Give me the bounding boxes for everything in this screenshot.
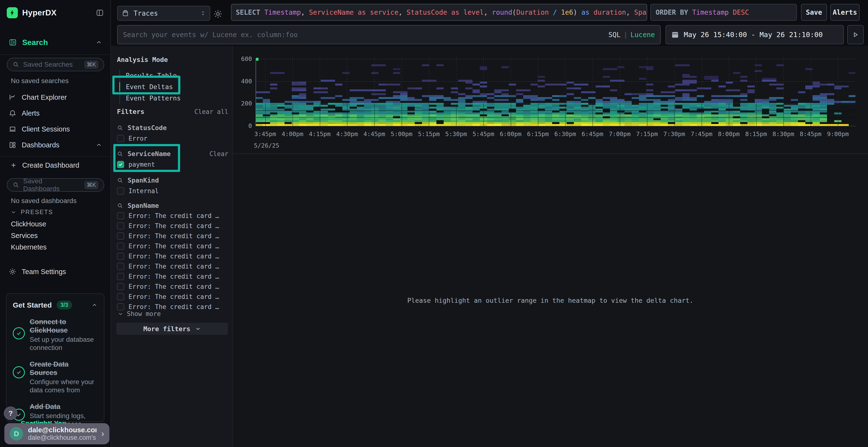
run-query-button[interactable] <box>847 25 864 44</box>
sidebar-item-alerts[interactable]: Alerts <box>0 105 111 121</box>
preset-services[interactable]: Services <box>11 232 38 240</box>
show-more-button[interactable]: Show more <box>118 310 161 317</box>
filter-option[interactable]: Internal <box>117 187 228 195</box>
user-menu[interactable]: D dale@clickhouse.com dale@clickhouse.co… <box>4 423 110 444</box>
checkbox[interactable] <box>117 253 124 260</box>
checkbox[interactable] <box>117 293 124 300</box>
sidebar-collapse-icon[interactable] <box>95 8 104 17</box>
filter-option[interactable]: Error: The credit card … <box>117 293 228 300</box>
filter-option[interactable]: payment <box>117 161 228 168</box>
help-button[interactable]: ? <box>4 407 18 420</box>
search-input[interactable]: Search your events w/ Lucene ex. column:… <box>117 25 661 44</box>
saved-searches-input[interactable]: Saved Searches ⌘K <box>7 58 104 71</box>
no-saved-searches-text: No saved searches <box>11 77 69 85</box>
source-settings-gear-icon[interactable] <box>213 9 223 19</box>
filter-option[interactable]: Error: The credit card … <box>117 273 228 280</box>
hyperdx-app: HyperDX Search Saved Searches ⌘K No save… <box>0 0 868 447</box>
save-button[interactable]: Save <box>801 4 827 21</box>
source-select[interactable]: Traces <box>117 6 210 21</box>
filter-option-label: Error: The credit card … <box>128 222 219 230</box>
x-tick-label: 9:00pm <box>827 131 849 138</box>
checkbox[interactable] <box>117 135 124 142</box>
filter-option[interactable]: Error: The credit card … <box>117 253 228 260</box>
filter-group-statuscode: StatusCode Error <box>117 124 228 142</box>
lucene-mode-toggle[interactable]: Lucene <box>630 31 655 39</box>
sidebar-item-dashboards[interactable]: Dashboards <box>0 137 111 153</box>
search-icon[interactable] <box>117 151 123 157</box>
checkbox[interactable] <box>117 161 124 168</box>
filter-option-label: Error: The credit card … <box>128 212 219 219</box>
filter-option[interactable]: Error: The credit card … <box>117 283 228 290</box>
sidebar-item-label: Client Sessions <box>22 125 102 133</box>
x-tick-label: 4:15pm <box>309 131 331 138</box>
sql-token: Timestamp <box>692 8 729 16</box>
filter-option[interactable]: Error <box>117 135 228 142</box>
checkbox[interactable] <box>117 243 124 250</box>
more-filters-button[interactable]: More filters <box>117 323 228 335</box>
get-started-item-title: Add Data <box>30 403 98 411</box>
get-started-header[interactable]: Get Started 3/3 <box>13 301 98 309</box>
order-by-input[interactable]: ORDER BY Timestamp DESC <box>650 4 797 21</box>
preset-clickhouse[interactable]: ClickHouse <box>11 220 46 228</box>
heatmap-canvas[interactable] <box>255 58 856 128</box>
checkbox[interactable] <box>117 303 124 310</box>
presets-toggle[interactable]: PRESETS <box>10 209 53 215</box>
checkbox[interactable] <box>117 222 124 230</box>
filter-option[interactable]: Error: The credit card … <box>117 263 228 270</box>
duration-heatmap[interactable]: 6004002000 3:45pm4:00pm4:15pm4:30pm4:45p… <box>233 46 868 153</box>
x-tick-label: 8:15pm <box>745 131 767 138</box>
analysis-mode-option[interactable]: Event Deltas <box>120 81 181 93</box>
checkbox[interactable] <box>117 263 124 270</box>
sql-select-input[interactable]: SELECT Timestamp, ServiceName as service… <box>231 4 647 21</box>
x-tick-label: 7:00pm <box>609 131 630 138</box>
chevron-up-icon[interactable] <box>95 142 102 148</box>
clear-all-button[interactable]: Clear all <box>194 108 228 115</box>
search-icon <box>12 182 19 188</box>
sidebar-item-team-settings[interactable]: Team Settings <box>0 264 111 279</box>
filter-option[interactable]: Error: The credit card … <box>117 222 228 230</box>
alerts-button[interactable]: Alerts <box>830 4 860 21</box>
checkbox[interactable] <box>117 232 124 240</box>
clear-filter-button[interactable]: Clear <box>210 150 228 158</box>
chevron-up-icon[interactable] <box>95 39 102 46</box>
get-started-item[interactable]: Connect to ClickHouse Set up your databa… <box>13 318 98 352</box>
filter-option[interactable]: Error: The credit card … <box>117 243 228 250</box>
saved-dashboards-input[interactable]: Saved Dashboards ⌘K <box>7 178 104 192</box>
checkbox[interactable] <box>117 212 124 219</box>
analysis-mode-list: Results Table Event Deltas Event Pattern… <box>119 70 181 104</box>
filter-option[interactable]: Error: The credit card … <box>117 303 228 310</box>
get-started-progress-badge: 3/3 <box>57 301 72 309</box>
filters-heading: Filters <box>117 108 145 115</box>
analysis-mode-option-label: Results Table <box>126 72 177 79</box>
presets-label: PRESETS <box>21 209 53 215</box>
search-icon[interactable] <box>117 177 123 183</box>
y-tick-label: 200 <box>233 100 252 107</box>
cmd-k-shortcut: ⌘K <box>84 181 98 189</box>
sidebar-item-chart-explorer[interactable]: Chart Explorer <box>0 90 111 105</box>
create-dashboard-label: Create Dashboard <box>22 161 102 169</box>
filter-option[interactable]: Error: The credit card … <box>117 212 228 219</box>
get-started-item[interactable]: Create Data Sources Configure where your… <box>13 360 98 394</box>
sql-mode-toggle[interactable]: SQL <box>608 31 621 39</box>
x-axis-date-label: 5/26/25 <box>254 142 279 149</box>
create-dashboard-button[interactable]: Create Dashboard <box>0 158 111 173</box>
preset-kubernetes[interactable]: Kubernetes <box>11 243 46 251</box>
sql-token: as <box>577 8 590 16</box>
checkbox[interactable] <box>117 283 124 290</box>
checkbox[interactable] <box>117 273 124 280</box>
sidebar-item-client-sessions[interactable]: Client Sessions <box>0 122 111 137</box>
analysis-mode-option[interactable]: Results Table <box>120 70 181 81</box>
calendar-icon <box>671 31 679 38</box>
chevron-up-icon[interactable] <box>91 302 98 308</box>
dashboards-icon <box>9 141 17 149</box>
search-icon[interactable] <box>117 203 123 209</box>
filter-option[interactable]: Error: The credit card … <box>117 232 228 240</box>
filter-panel: Analysis Mode Results Table Event Deltas… <box>111 46 233 447</box>
checkbox[interactable] <box>117 187 124 195</box>
search-icon[interactable] <box>117 125 123 131</box>
analysis-mode-option[interactable]: Event Patterns <box>120 93 181 104</box>
x-tick-label: 5:00pm <box>391 131 412 138</box>
x-tick-label: 5:15pm <box>418 131 439 138</box>
time-range-picker[interactable]: May 26 15:40:00 - May 26 21:10:00 <box>665 25 844 44</box>
sidebar-item-search[interactable]: Search <box>0 35 111 49</box>
